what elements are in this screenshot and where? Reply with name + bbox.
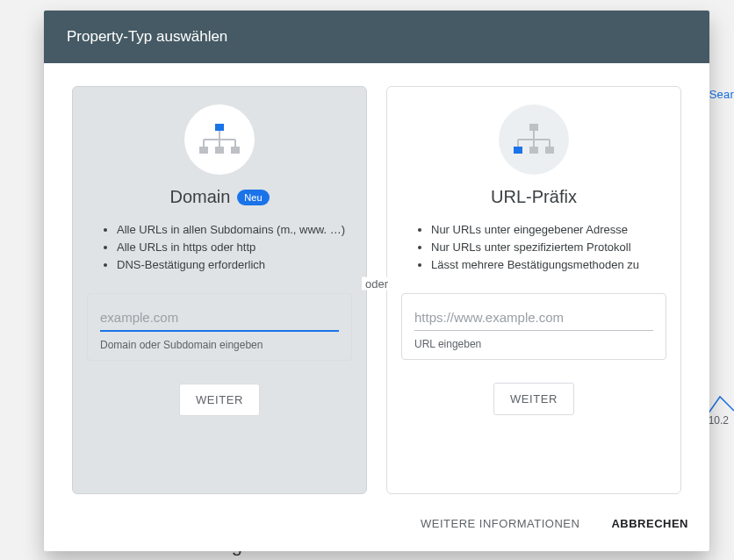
list-item: Alle URLs in https oder http xyxy=(117,239,352,256)
domain-input-hint: Domain oder Subdomain eingeben xyxy=(100,339,339,351)
url-title-row: URL-Präfix xyxy=(491,187,577,207)
svg-rect-15 xyxy=(514,147,522,154)
dialog-title: Property-Typ auswählen xyxy=(44,11,709,63)
list-item: Alle URLs in allen Subdomains (m., www. … xyxy=(117,221,352,239)
url-input-hint: URL eingeben xyxy=(414,338,653,350)
dialog-footer: WEITERE INFORMATIONEN ABBRECHEN xyxy=(44,503,709,551)
domain-input[interactable] xyxy=(100,305,339,332)
domain-title-row: Domain Neu xyxy=(169,187,269,207)
svg-rect-17 xyxy=(545,147,554,154)
domain-continue-button[interactable]: WEITER xyxy=(179,384,260,416)
list-item: Nur URLs unter spezifiziertem Protokoll xyxy=(431,239,666,256)
svg-rect-7 xyxy=(215,147,224,154)
more-info-button[interactable]: WEITERE INFORMATIONEN xyxy=(417,510,583,537)
domain-title: Domain xyxy=(169,187,230,207)
list-item: Nur URLs unter eingegebener Adresse xyxy=(431,221,666,239)
domain-input-box: Domain oder Subdomain eingeben xyxy=(87,293,352,361)
url-prefix-title: URL-Präfix xyxy=(491,187,577,207)
svg-rect-6 xyxy=(199,147,208,154)
url-prefix-card[interactable]: URL-Präfix Nur URLs unter eingegebener A… xyxy=(386,86,681,494)
or-separator: oder xyxy=(362,276,392,290)
url-continue-button[interactable]: WEITER xyxy=(493,383,574,415)
sitemap-icon xyxy=(197,122,242,157)
svg-rect-16 xyxy=(529,147,538,154)
svg-rect-9 xyxy=(529,124,538,131)
domain-bullets: Alle URLs in allen Subdomains (m., www. … xyxy=(87,221,352,274)
sitemap-icon xyxy=(511,122,557,157)
dialog-body: Domain Neu Alle URLs in allen Subdomains… xyxy=(44,63,709,503)
url-prefix-input[interactable] xyxy=(414,305,653,331)
url-input-box: URL eingeben xyxy=(401,293,666,360)
svg-rect-0 xyxy=(215,124,224,131)
cancel-button[interactable]: ABBRECHEN xyxy=(608,510,692,537)
domain-icon-circle xyxy=(184,104,255,175)
url-icon-circle xyxy=(499,104,569,175)
domain-card[interactable]: Domain Neu Alle URLs in allen Subdomains… xyxy=(72,86,367,494)
list-item: Lässt mehrere Bestätigungsmethoden zu xyxy=(431,256,666,274)
list-item: DNS-Bestätigung erforderlich xyxy=(117,256,352,274)
property-type-dialog: Property-Typ auswählen Domain N xyxy=(44,11,709,551)
new-badge: Neu xyxy=(237,190,269,205)
svg-rect-8 xyxy=(231,147,240,154)
url-bullets: Nur URLs unter eingegebener Adresse Nur … xyxy=(401,221,666,274)
